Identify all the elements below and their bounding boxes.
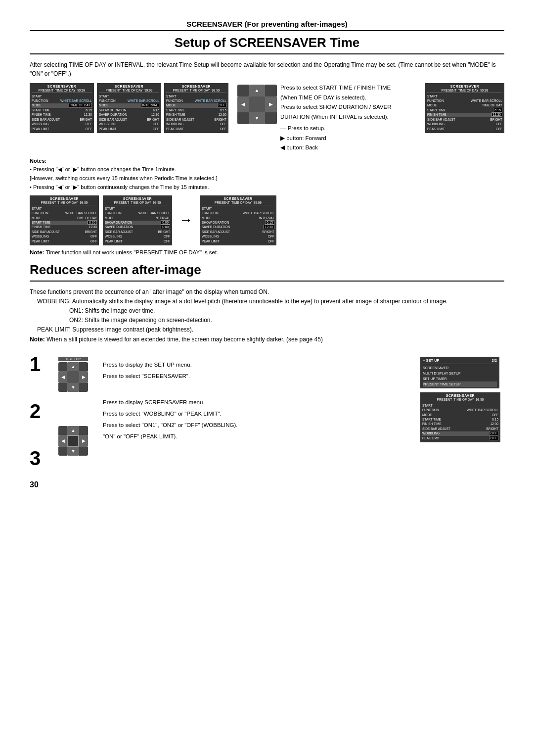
setup-menu-box: ≡ SET UP 2/2 SCREENSAVER MULTI DISPLAY S… <box>420 357 499 388</box>
ctrl1-down[interactable]: ▼ <box>67 383 79 392</box>
ctrl3-up[interactable]: ▲ <box>67 426 79 435</box>
right-box1-subtitle: PRESENT TIME OF DAY 99:99 <box>427 89 502 93</box>
right-box1-func: FUNCTIONWHITE BAR SCROLL <box>427 98 502 103</box>
menu-box-4-mode: MODETIME OF DAY <box>32 216 97 220</box>
setup-menu-page: 2/2 <box>492 358 497 363</box>
ss-final-wob: WOBBLINGOFF <box>422 431 498 436</box>
setup-row-present: PRESENT TIME SETUP <box>423 381 497 387</box>
notes-section: Notes: • Pressing "◀" or "▶" button once… <box>30 157 504 191</box>
menu-box-3-title: SCREENSAVER <box>166 85 226 88</box>
menu-box-2-title: SCREENSAVER <box>99 85 159 88</box>
step3-instr4: "ON" or "OFF" (PEAK LIMIT). <box>103 431 420 442</box>
right-box1-wob: WOBBLINGOFF <box>427 122 502 127</box>
menu-box-5-pk: PEAK LIMITOFF <box>105 239 170 243</box>
step3-instr3: Press to select "ON1", "ON2" or "OFF" (W… <box>103 420 420 431</box>
ss-final-st: START TIME6:15 <box>422 418 498 422</box>
dpad-left-btn[interactable]: ◀ <box>237 96 249 112</box>
instr-line4: ▶ button: Forward <box>280 134 392 143</box>
arrow-right: → <box>176 212 196 228</box>
note-bottom: Note: Timer function will not work unles… <box>30 249 504 255</box>
menu-box-5-svd: SAVER DURATION0:00 <box>105 225 170 230</box>
ss-final-box: SCREENSAVER PRESENT TIME OF DAY 99:99 ST… <box>420 392 500 442</box>
ctrl3-center[interactable] <box>67 435 79 447</box>
ss-final-func: FUNCTIONWHITE BAR SCROLL <box>422 408 498 413</box>
note3: • Pressing "◀" or "▶" button continuousl… <box>30 184 209 190</box>
ss-final-subtitle: PRESENT TIME OF DAY 99:99 <box>422 398 498 402</box>
menu-box-6-start: START <box>202 206 274 211</box>
ctrl1-up[interactable]: ▲ <box>67 362 79 371</box>
menu-box-6-wob: WOBBLINGOFF <box>202 235 274 239</box>
ctrl1-right[interactable]: ▶ <box>79 371 88 383</box>
menu-box-2-row-pk: PEAK LIMITOFF <box>99 127 159 131</box>
setup-label: ≡ SET UP <box>58 357 88 361</box>
ctrl3-down[interactable]: ▼ <box>67 447 79 456</box>
desc3: ON1: Shifts the image over time. <box>69 306 504 316</box>
instructions-text: Press to select START TIME / FINISH TIME… <box>280 83 392 153</box>
menu-box-2-row-start: START <box>99 94 159 98</box>
menu-box-6-mode: MODEINTERVAL <box>202 216 274 220</box>
dpad-up-btn[interactable]: ▲ <box>249 85 265 96</box>
right-box1-ft: FINISH TIME12:30 <box>427 113 502 117</box>
menu-box-1-row-start: START <box>32 94 92 98</box>
right-box1-pk: PEAK LIMITOFF <box>427 127 502 131</box>
ctrl3-left[interactable]: ◀ <box>58 435 67 447</box>
menu-box-5-wob: WOBBLINGOFF <box>105 235 170 239</box>
ctrl1-left[interactable]: ◀ <box>58 371 67 383</box>
menu-box-1-row-mode: MODETIME OF DAY <box>32 103 92 108</box>
menu-box-1-subtitle: PRESENT TIME OF DAY 99:99 <box>32 89 92 93</box>
menu-box-6-sba: SIDE BAR ADJUSTBRIGHT <box>202 230 274 234</box>
step-num-2: 2 <box>30 401 48 421</box>
menu-box-5: SCREENSAVER PRESENT TIME OF DAY 99:99 ST… <box>103 195 172 245</box>
menu-box-3-subtitle: PRESENT TIME OF DAY 99:99 <box>166 89 226 93</box>
instr-line2: Press to select SHOW DURATION / SAVER <box>280 102 392 112</box>
right-menu-box-1: SCREENSAVER PRESENT TIME OF DAY 99:99 ST… <box>425 83 504 133</box>
menu-box-1-row-ft: FINISH TIME12:30 <box>32 113 92 117</box>
menu-box-3-row-pk: PEAK LIMITOFF <box>166 127 226 131</box>
ctrl3-right[interactable]: ▶ <box>79 435 88 447</box>
page-container: SCREENSAVER (For preventing after-images… <box>30 20 504 489</box>
dpad-down-btn[interactable]: ▼ <box>249 112 265 124</box>
desc5: PEAK LIMIT: Suppresses image contrast (p… <box>30 325 504 334</box>
instr-line1: Press to select START TIME / FINISH TIME <box>280 83 392 93</box>
right-box1-start: START <box>427 94 502 98</box>
desc1: These functions prevent the occurrence o… <box>30 287 504 297</box>
page-number: 30 <box>30 480 504 489</box>
menu-box-5-mode: MODEINTERVAL <box>105 216 170 220</box>
menu-box-4-st: START TIME6:00 <box>32 221 97 225</box>
menu-box-3-row-sba: SIDE BAR ADJUSTBRIGHT <box>166 117 226 122</box>
menu-box-6-pk: PEAK LIMITOFF <box>202 239 274 243</box>
menu-box-1-row-sba: SIDE BAR ADJUSTBRIGHT <box>32 117 92 122</box>
menu-box-1-title: SCREENSAVER <box>32 85 92 88</box>
menu-box-1: SCREENSAVER PRESENT TIME OF DAY 99:99 ST… <box>30 83 94 133</box>
menu-box-2-row-wob: WOBBLINGOFF <box>99 122 159 127</box>
menu-box-2-row-mode: MODEINTERVAL <box>99 103 159 108</box>
ss-final-start: START <box>422 403 498 408</box>
right-box1-mode: MODETIME OF DAY <box>427 103 502 108</box>
ss-final-pk: PEAK LIMITOFF <box>422 436 498 440</box>
menu-box-4-sba: SIDE BAR ADJUSTBRIGHT <box>32 230 97 234</box>
menu-box-6-title: SCREENSAVER <box>202 197 274 200</box>
instr-line2b: DURATION (When INTERVAL is selected). <box>280 112 392 122</box>
right-box1-sba: SIDE BAR ADJUSTBRIGHT <box>427 117 502 122</box>
menu-box-6-subtitle: PRESENT TIME OF DAY 99:99 <box>202 201 274 205</box>
notes-title: Notes: <box>30 158 46 164</box>
menu-box-5-sba: SIDE BAR ADJUSTBRIGHT <box>105 230 170 234</box>
menu-box-3-row-mode: MODEOFF <box>166 103 226 108</box>
instr-line1b: (When TIME OF DAY is selected). <box>280 93 392 103</box>
step2-instr: Press to select "SCREENSAVER". <box>103 371 420 382</box>
ss-final-title: SCREENSAVER <box>422 394 498 397</box>
menu-box-6-func: FUNCTIONWHITE BAR SCROLL <box>202 211 274 216</box>
step-num-3: 3 <box>30 448 48 468</box>
desc2: WOBBLING: Automatically shifts the displ… <box>30 297 504 306</box>
menu-box-3: SCREENSAVER PRESENT TIME OF DAY 99:99 ST… <box>164 83 228 133</box>
step-num-1: 1 <box>30 354 48 374</box>
dpad-right-btn[interactable]: ▶ <box>265 96 277 112</box>
ctrl1-center[interactable] <box>67 371 79 383</box>
dpad-center-btn[interactable] <box>249 96 265 112</box>
note-peak: Note: When a still picture is viewed for… <box>30 335 504 344</box>
menu-box-4-wob: WOBBLINGOFF <box>32 235 97 239</box>
menu-box-3-row-st: START TIME6:15 <box>166 108 226 112</box>
menu-box-4: SCREENSAVER PRESENT TIME OF DAY 99:99 ST… <box>30 195 99 245</box>
section1-header: SCREENSAVER (For preventing after-images… <box>30 20 504 31</box>
menu-box-5-sd: SHOW DURATION0:00 <box>105 221 170 225</box>
